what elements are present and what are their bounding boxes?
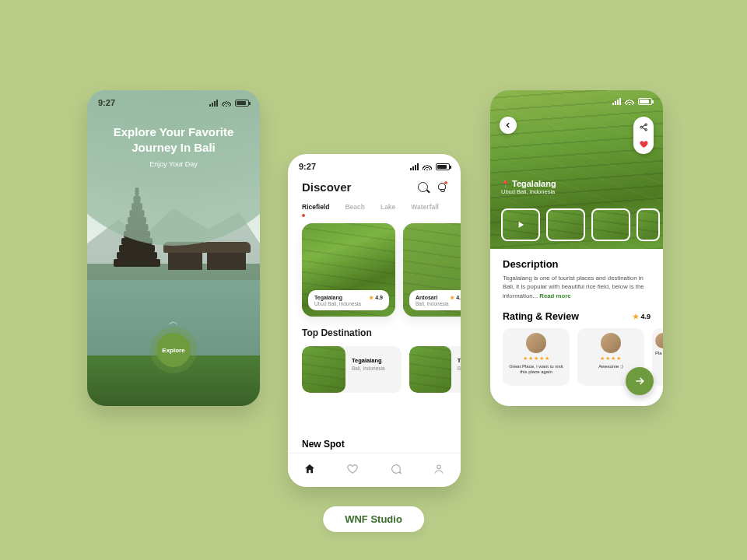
status-time: 9:27 [299,162,316,171]
gallery-thumbs [501,208,663,241]
description-heading: Description [503,258,651,270]
svg-point-2 [644,124,646,125]
hero-subtitle: Enjoy Your Day [109,160,238,168]
review-stars: ★★★★★ [523,355,550,362]
status-bar: 9:27 [299,162,450,171]
next-fab-button[interactable] [626,367,654,395]
detail-place-name: Tegalalang [512,179,556,188]
explore-button[interactable]: Explore [156,333,191,367]
studio-badge: WNF Studio [323,506,424,532]
tab-ricefield[interactable]: Ricefield [302,203,329,211]
back-button[interactable] [500,117,517,134]
tab-beach[interactable]: Beach [345,203,365,211]
battery-icon [235,100,249,107]
avatar [526,333,546,353]
bottom-nav [288,453,461,487]
section-new-spot: New Spot [302,439,345,450]
cellular-icon [612,98,621,105]
place-card[interactable]: Tegalalang Ubud Bali, Indonesia ★ 4.9 [302,223,395,317]
detail-hero: 📍Tegalalang Ubud Bali, Indonesia [490,90,663,249]
nav-favorites-icon[interactable] [346,463,359,478]
gallery-thumb[interactable] [591,208,630,241]
review-text: Pla [655,351,662,357]
read-more-link[interactable]: Read more [539,292,570,299]
share-icon[interactable] [637,120,651,134]
nav-home-icon[interactable] [303,463,316,478]
review-stars: ★★★★ [600,355,622,362]
chevron-up-icon: ︿ [169,315,178,328]
place-card[interactable]: Antosari Bali, Indonesia ★ 4. [403,223,461,317]
search-icon[interactable] [418,182,428,192]
page-title: Discover [302,180,351,194]
destination-card[interactable]: Tegalalang Bali, Indonesia [302,346,402,393]
hero-title-line1: Explore Your Favorite [114,125,234,138]
tab-waterfall[interactable]: Waterfall [411,203,439,211]
review-text: Awesome :) [598,364,623,370]
star-icon: ★ [450,295,454,300]
destination-location: Bali, Indonesia [352,366,385,371]
status-bar: 9:27 [98,98,249,107]
wifi-icon [625,98,634,105]
gallery-thumb[interactable] [546,208,585,241]
hero-heading: Explore Your Favorite Journey In Bali En… [87,124,260,168]
star-icon: ★ [633,313,639,320]
destination-thumb [302,346,345,393]
screen-explore: 9:27 Explore Your Favorite Journey In Ba… [87,90,260,406]
rating-value: 4.9 [640,313,651,320]
place-rating: 4. [456,295,461,300]
hero-photo: 9:27 Explore Your Favorite Journey In Ba… [87,90,260,406]
destination-thumb [409,346,451,393]
hero-title-line2: Journey In Bali [132,141,216,154]
svg-point-0 [437,465,441,469]
cellular-icon [209,100,218,107]
destination-card[interactable]: Te Ba [409,346,461,393]
avatar [655,333,663,348]
section-top-destination: Top Destination [288,317,461,338]
notification-icon[interactable] [437,182,447,192]
place-location: Bali, Indonesia [416,301,461,306]
destination-location: Ba [458,366,461,371]
avatar [601,333,621,353]
battery-icon [436,163,450,170]
tab-lake[interactable]: Lake [381,203,395,211]
favorite-icon[interactable] [637,137,651,151]
review-card[interactable]: ★★★★★ Great Place, i want to visit this … [503,328,570,386]
screen-place-detail: 📍Tegalalang Ubud Bali, Indonesia Descrip… [490,90,663,406]
destination-name: Tegalalang [352,357,385,364]
nav-profile-icon[interactable] [433,463,445,478]
svg-point-3 [644,128,646,130]
review-text: Great Place, i want to visit this place … [507,364,565,376]
description-text: Tegalalang is one of tourist places and … [503,275,644,299]
cellular-icon [410,163,419,170]
nav-chat-icon[interactable] [390,463,402,478]
screen-discover: 9:27 Discover Ricefield Beach Lake Water… [288,154,461,487]
wifi-icon [222,100,231,107]
gallery-video-thumb[interactable] [501,208,540,241]
svg-point-1 [640,126,642,128]
review-card[interactable]: Pla [652,328,663,386]
category-tabs: Ricefield Beach Lake Waterfall [302,203,447,211]
rating-heading: Rating & Review [503,311,579,322]
status-time: 9:27 [98,98,115,107]
place-rating: 4.9 [375,295,383,300]
place-location: Ubud Bali, Indonesia [314,301,383,306]
status-bar [501,98,652,105]
detail-place-location: Ubud Bali, Indonesia [501,188,556,195]
wifi-icon [423,163,432,170]
destination-name: Te [458,357,461,364]
star-icon: ★ [369,295,374,300]
battery-icon [638,98,652,105]
gallery-thumb[interactable] [637,208,660,241]
pin-icon: 📍 [501,180,510,188]
